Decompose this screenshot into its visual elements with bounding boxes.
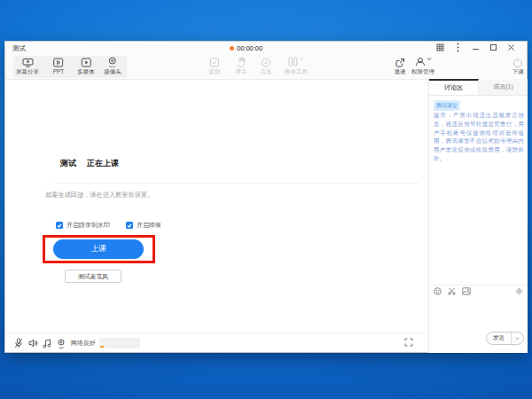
start-class-button[interactable]: 上课 <box>53 239 144 259</box>
watermark-checkbox[interactable]: 开启防录制水印 <box>56 221 110 230</box>
notice-text: 提示：严禁出现违法违规发言信息，视违反情节轻重追究责任，用户手机账号仅提供给培训… <box>434 111 524 163</box>
divider <box>54 183 419 184</box>
window-controls <box>435 43 516 52</box>
volume-meter <box>99 338 140 348</box>
camera-icon <box>108 57 118 67</box>
chevron-down-icon <box>426 57 432 61</box>
maximize-button[interactable] <box>489 43 498 52</box>
image-icon[interactable] <box>462 287 471 295</box>
checkbox-label: 开启降噪 <box>137 221 161 230</box>
toolbar-multimedia[interactable]: 多媒体 <box>77 57 95 76</box>
toolbar-ppt[interactable]: PPT <box>53 57 65 74</box>
toolbar-label: 下课 <box>512 68 524 76</box>
ppt-icon <box>53 57 64 67</box>
end-class-button[interactable]: 下课 <box>512 57 524 76</box>
layout-grid-icon[interactable] <box>435 43 445 52</box>
music-note-icon[interactable] <box>40 339 54 348</box>
invite-icon <box>395 57 405 67</box>
mic-test-button[interactable]: 测试麦克风 <box>65 270 121 283</box>
toolbar-label: 签到 <box>209 68 221 76</box>
toolbar-label: 多媒体 <box>77 68 95 76</box>
toolbar-label: 摄像头 <box>104 68 121 76</box>
toolbar-teaching-tools: 教学工具 <box>285 57 308 76</box>
checkbox-label: 开启防录制水印 <box>66 221 110 230</box>
speaker-icon[interactable] <box>26 339 40 348</box>
toolbar-label: PPT <box>53 68 65 74</box>
title-bar: 测试 00:00:00 <box>5 42 527 54</box>
toolbar-invite[interactable]: 邀请 <box>395 57 406 76</box>
minimize-button[interactable] <box>471 43 481 52</box>
microphone-muted-icon[interactable] <box>12 338 26 348</box>
send-button-group: 发送 <box>486 332 524 345</box>
toolbar-label: 屏幕分享 <box>16 68 39 76</box>
toolbar-label: 邀请 <box>395 68 406 76</box>
screen-share-icon <box>22 57 34 67</box>
permission-icon <box>415 57 426 66</box>
session-status: 正在上课 <box>87 158 119 169</box>
session-timer: 00:00:00 <box>230 44 262 52</box>
toolbar-check-in: 签到 <box>209 57 221 76</box>
raise-hand-icon <box>237 57 246 67</box>
sidebar: 讨论区 成员(1) 腾讯课堂 提示：严禁出现违法违规发言信息，视违反情节轻重追究… <box>428 79 528 353</box>
timer-value: 00:00:00 <box>237 44 262 52</box>
status-bar: 网络良好 <box>5 332 424 353</box>
more-menu-icon[interactable] <box>453 43 463 52</box>
gear-icon[interactable] <box>515 287 523 295</box>
toolbar-label: 举手 <box>236 68 247 76</box>
toolbar: 屏幕分享 PPT 多媒体 <box>5 54 527 80</box>
fullscreen-icon[interactable] <box>404 338 413 347</box>
app-window: 测试 00:00:00 <box>4 41 528 353</box>
network-status: 网络良好 <box>71 339 96 348</box>
teaching-tools-icon <box>288 57 298 66</box>
session-heading: 测试 正在上课 <box>60 158 119 169</box>
checkbox-checked-icon <box>126 222 133 229</box>
send-options-chevron-icon[interactable] <box>512 337 523 340</box>
emoji-icon[interactable] <box>434 287 442 295</box>
toolbar-label: 教学工具 <box>285 68 308 76</box>
replay-hint: 如要生成回放，请在进入教室前设置。 <box>45 191 153 200</box>
tab-discussion[interactable]: 讨论区 <box>429 79 479 95</box>
chat-tools-row <box>429 285 528 297</box>
window-title: 测试 <box>12 44 26 53</box>
session-name: 测试 <box>60 158 76 169</box>
scissors-icon[interactable] <box>448 287 456 295</box>
brand-badge: 腾讯课堂 <box>434 100 460 111</box>
check-in-icon <box>210 57 220 67</box>
volume-level-indicator <box>100 346 104 348</box>
toolbar-permission[interactable]: 权限管理 <box>411 57 434 76</box>
toolbar-screen-share[interactable]: 屏幕分享 <box>16 57 39 76</box>
toolbar-label: 点名 <box>261 68 272 76</box>
toolbar-raise-hand: 举手 <box>236 57 247 76</box>
webcam-status-icon[interactable] <box>54 339 68 348</box>
close-button[interactable] <box>506 43 516 52</box>
multimedia-icon <box>81 57 91 67</box>
toolbar-camera[interactable]: 摄像头 <box>104 57 121 76</box>
toolbar-label: 权限管理 <box>411 68 434 76</box>
tab-members[interactable]: 成员(1) <box>479 79 528 95</box>
checkbox-checked-icon <box>56 222 63 229</box>
send-button[interactable]: 发送 <box>487 332 512 344</box>
chevron-down-icon <box>299 57 304 61</box>
toolbar-roll-call: 点名 <box>261 57 272 76</box>
sidebar-tabs: 讨论区 成员(1) <box>429 79 528 96</box>
roll-call-icon <box>262 57 271 67</box>
recording-dot-icon <box>230 46 234 51</box>
noise-reduction-checkbox[interactable]: 开启降噪 <box>126 221 161 230</box>
end-class-icon <box>513 57 523 67</box>
desktop: 测试 00:00:00 <box>0 0 532 399</box>
